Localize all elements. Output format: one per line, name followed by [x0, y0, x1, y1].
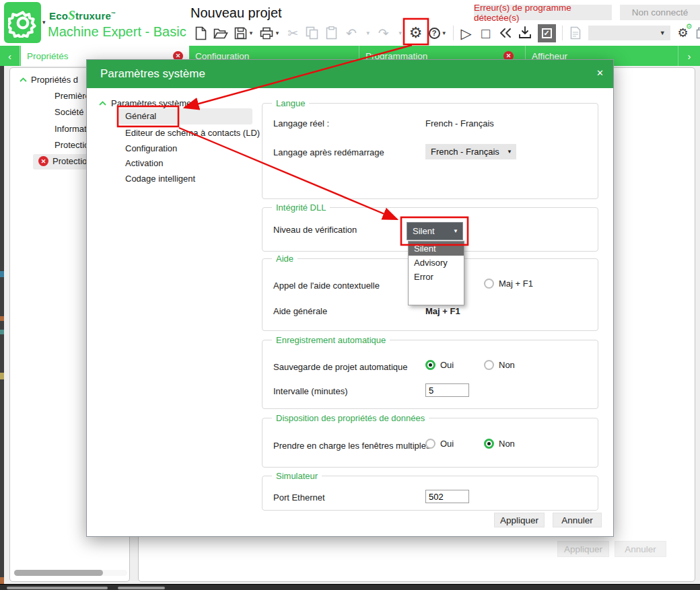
cancel-button-background[interactable]: Annuler: [615, 541, 666, 557]
configuration-gears-icon[interactable]: ⚙ ⚙: [676, 24, 690, 42]
report-document-icon[interactable]: [569, 24, 582, 42]
scrollbar-thumb[interactable]: [14, 570, 103, 576]
niveau-verification-dropdown-list: Silent Advisory Error: [408, 241, 464, 305]
radio-non-unselected[interactable]: [484, 360, 494, 370]
intervalle-input[interactable]: [425, 383, 469, 397]
toolbar-combobox[interactable]: ▼: [588, 26, 670, 40]
help-menu-caret-icon[interactable]: ▼: [442, 30, 447, 36]
group-legend: Intégrité DLL: [272, 202, 330, 213]
dialog-tree-activation[interactable]: Activation: [125, 158, 163, 168]
undo-menu-caret-icon[interactable]: ▼: [365, 30, 371, 36]
tree-node-label: Protectio: [55, 140, 89, 150]
gear-logo-icon: [8, 8, 38, 38]
tree-node-label: Paramètres système: [111, 98, 191, 108]
add-window-icon[interactable]: [696, 24, 700, 42]
dialog-tree-editeur-ld[interactable]: Editeur de schéma à contacts (LD): [125, 128, 260, 138]
dialog-tree-configuration[interactable]: Configuration: [125, 143, 177, 153]
save-menu-caret-icon[interactable]: ▼: [248, 30, 254, 36]
dropdown-option-silent[interactable]: Silent: [409, 242, 464, 256]
tree-node-label: Général: [125, 111, 156, 121]
start-simulation-icon[interactable]: ▷: [460, 24, 473, 42]
collapse-chevron-icon[interactable]: [20, 77, 27, 82]
collapse-chevron-icon[interactable]: [99, 101, 106, 106]
radio-oui-selected[interactable]: [425, 360, 435, 370]
new-project-icon[interactable]: [194, 24, 207, 42]
brand-eco: Eco: [49, 10, 68, 22]
row-intervalle: Intervalle (minutes): [273, 386, 348, 396]
edge-sliver: [0, 271, 4, 277]
cancel-button[interactable]: Annuler: [553, 513, 602, 527]
row-langage-reel: Langage réel :: [273, 118, 329, 128]
app-window: ▾ EcoStruxure™ Machine Expert - Basic No…: [0, 0, 700, 590]
radio-non-selected[interactable]: [484, 439, 494, 449]
tree-node-root[interactable]: Propriétés d: [20, 75, 78, 85]
group-langue: Langue Langage réel : French - Français …: [262, 103, 598, 199]
dialog-title: Paramètres système: [100, 67, 205, 81]
print-icon[interactable]: ▼: [260, 24, 280, 42]
combobox-value: Silent: [413, 226, 435, 236]
paste-icon[interactable]: [325, 24, 339, 42]
main-toolbar: ▼ ▼ ✂ ↶ ▼ ↷ ▼ ⚙ ? ▼ ▷ □: [194, 23, 700, 43]
port-ethernet-input[interactable]: [425, 490, 469, 503]
tree-node[interactable]: Première: [55, 91, 90, 101]
dialog-tree-general[interactable]: Général: [125, 111, 156, 121]
save-icon[interactable]: ▼: [234, 24, 254, 42]
fenetres-non-option: Non: [484, 439, 515, 449]
dialog-tree-root[interactable]: Paramètres système: [99, 98, 191, 108]
field-label: Port Ethernet: [273, 492, 325, 503]
redo-icon[interactable]: ↷: [377, 24, 390, 42]
tree-node-label: Propriétés d: [31, 75, 78, 85]
cut-icon[interactable]: ✂: [286, 24, 300, 42]
tree-node-label: Codage intelligent: [125, 174, 195, 184]
small-green-gear-glyph: ⚙: [686, 23, 693, 30]
rewind-icon[interactable]: [499, 24, 512, 42]
logo-menu-caret-icon[interactable]: ▾: [42, 19, 46, 26]
field-label: Langage réel :: [273, 118, 329, 128]
tree-node[interactable]: Protectio: [55, 140, 89, 150]
product-name: Machine Expert - Basic: [48, 24, 186, 40]
radio-oui-unselected[interactable]: [425, 439, 435, 449]
help-icon[interactable]: ? ▼: [429, 24, 447, 42]
dialog-close-icon[interactable]: ✕: [596, 69, 604, 77]
field-label: Langage après redémarrage: [273, 147, 384, 157]
niveau-verification-combobox[interactable]: Silent ▼: [407, 222, 463, 240]
tree-node-selected[interactable]: ✕ Protectio: [38, 156, 87, 166]
row-aide-contextuelle: Appel de l'aide contextuelle: [273, 281, 380, 291]
tree-node[interactable]: Informati: [55, 124, 89, 134]
combobox-caret-icon: ▼: [507, 149, 512, 155]
copy-icon[interactable]: [306, 24, 319, 42]
stop-icon[interactable]: □: [479, 24, 493, 42]
toolbar-separator: [562, 26, 563, 40]
project-title: Nouveau projet: [190, 5, 282, 21]
settings-gear-icon[interactable]: ⚙: [409, 24, 423, 42]
redo-menu-caret-icon[interactable]: ▼: [398, 30, 403, 36]
radio-label: Non: [499, 439, 515, 449]
dropdown-option-error[interactable]: Error: [409, 270, 464, 284]
group-legend: Langue: [272, 98, 309, 108]
group-legend: Aide: [272, 254, 298, 264]
group-simulateur: Simulateur Port Ethernet: [262, 476, 598, 511]
undo-icon[interactable]: ↶: [345, 24, 358, 42]
tab-scroll-right-icon[interactable]: ›: [678, 46, 700, 66]
group-disposition-proprietes: Disposition des propriétés de données Pr…: [262, 418, 598, 468]
radio-maj-f1-unselected[interactable]: [484, 279, 494, 289]
error-badge: ✕: [38, 156, 48, 166]
tree-node[interactable]: Société: [55, 107, 83, 117]
fenetres-oui-option: Oui: [425, 439, 454, 449]
check-icon: ✓: [542, 28, 552, 38]
help-question-glyph: ?: [429, 28, 440, 39]
ecostruxure-logo-icon[interactable]: [4, 2, 41, 43]
open-project-icon[interactable]: [213, 24, 228, 42]
langage-redemarrage-combobox[interactable]: French - Français ▼: [425, 144, 516, 159]
apply-button[interactable]: Appliquer: [494, 513, 545, 527]
download-to-plc-icon[interactable]: [518, 24, 532, 42]
horizontal-scrollbar[interactable]: [14, 570, 127, 576]
sauvegarde-oui-option: Oui: [425, 360, 454, 370]
row-port-ethernet: Port Ethernet: [273, 492, 325, 503]
print-menu-caret-icon[interactable]: ▼: [275, 30, 280, 36]
program-check-toggle[interactable]: ✓: [538, 24, 556, 42]
tab-scroll-left-icon[interactable]: ‹: [0, 46, 20, 66]
dropdown-option-advisory[interactable]: Advisory: [409, 256, 464, 270]
dialog-tree-codage-intelligent[interactable]: Codage intelligent: [125, 174, 195, 184]
apply-button-background[interactable]: Appliquer: [557, 541, 609, 557]
